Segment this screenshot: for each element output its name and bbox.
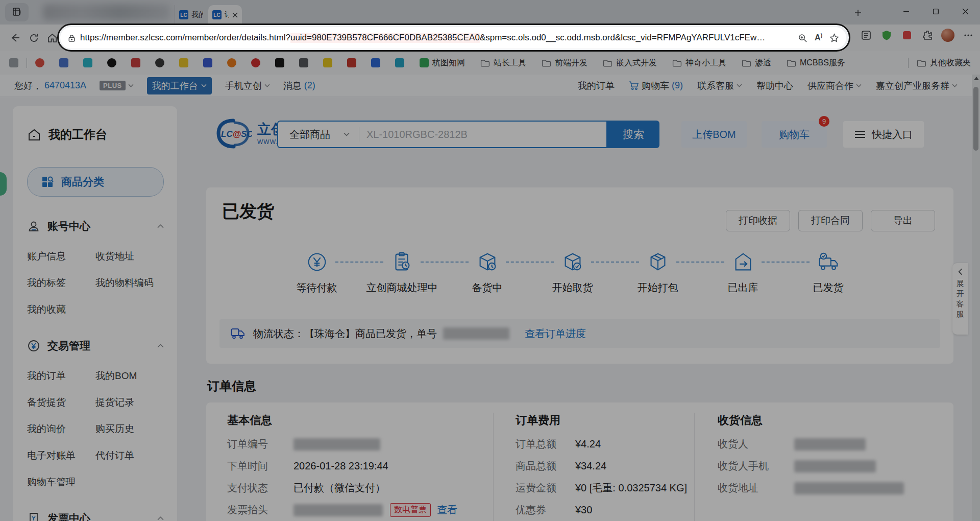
bookmark-favicon[interactable] <box>203 58 212 67</box>
expand-customer-service-tab[interactable]: 展开客服 <box>952 263 968 335</box>
cart-link[interactable]: 购物车(9) <box>629 80 683 92</box>
supplier-menu[interactable]: 供应商合作 <box>807 80 862 92</box>
scrollbar-up-arrow[interactable] <box>974 77 979 80</box>
view-order-progress-link[interactable]: 查看订单进度 <box>525 327 586 341</box>
receiver-phone-redacted <box>794 460 876 472</box>
folder-icon <box>917 59 926 67</box>
bookmark-favicon[interactable] <box>227 58 236 67</box>
search-input[interactable] <box>359 129 606 140</box>
sidebar-link[interactable]: 收货地址 <box>95 250 164 263</box>
bookmark-favicon[interactable] <box>131 58 140 67</box>
bookmark-favicon[interactable] <box>83 58 92 67</box>
adblock-shield-icon[interactable] <box>880 29 893 42</box>
bookmark-folder[interactable]: 站长工具 <box>480 58 526 68</box>
print-contract-button[interactable]: 打印合同 <box>798 210 863 231</box>
bookmark-favicon[interactable] <box>107 58 116 67</box>
bookmark-favicon[interactable] <box>275 58 284 67</box>
export-button[interactable]: 导出 <box>871 210 935 231</box>
bookmark-favicon[interactable] <box>395 58 404 67</box>
more-menu-icon[interactable] <box>962 29 975 42</box>
sidebar-link[interactable]: 购物车管理 <box>27 476 96 489</box>
bookmark-folder[interactable]: 渗透 <box>742 58 771 68</box>
sidebar-link[interactable]: 备货提货 <box>27 396 95 409</box>
sidebar-link[interactable]: 我的物料编码 <box>95 276 164 290</box>
refresh-button[interactable] <box>26 30 42 46</box>
sidebar-link[interactable]: 我的收藏 <box>27 303 96 316</box>
help-center-link[interactable]: 帮助中心 <box>756 80 793 92</box>
sidebar-title: 我的工作台 <box>27 127 164 143</box>
tab-order-details[interactable]: LC 订单 <box>208 5 242 25</box>
sidebar-link[interactable]: 电子对账单 <box>27 449 95 462</box>
view-invoice-link[interactable]: 查看 <box>437 503 457 517</box>
sidebar-link[interactable]: 代付订单 <box>95 449 164 462</box>
header-cart-button[interactable]: 购物车 <box>762 121 827 148</box>
sidebar-link[interactable]: 我的BOM <box>95 369 164 383</box>
tab-title: 我的订单 <box>191 10 203 19</box>
section-account-center[interactable]: 账号中心 <box>27 219 164 233</box>
basic-info-header: 基本信息 <box>227 413 493 428</box>
search-button[interactable]: 搜索 <box>607 121 659 148</box>
tab-close-icon[interactable] <box>232 12 238 18</box>
customer-service-menu[interactable]: 联系客服 <box>697 80 742 92</box>
messages-link[interactable]: 消息(2) <box>283 80 315 92</box>
bookmark-hangtu[interactable]: 杭图知网 <box>420 58 465 68</box>
address-bar[interactable]: https://member.szlcsc.com/member/order/d… <box>60 27 846 49</box>
print-receipt-button[interactable]: 打印收据 <box>726 210 790 231</box>
tab-my-orders[interactable]: LC 我的订单 <box>175 5 207 25</box>
blocker-icon[interactable] <box>900 29 914 42</box>
reading-list-icon[interactable] <box>9 58 18 67</box>
sidebar-link[interactable]: 我的标签 <box>27 276 95 290</box>
payment-icon <box>305 250 329 274</box>
extensions-puzzle-icon[interactable] <box>921 29 934 42</box>
workspaces-button[interactable] <box>5 3 29 21</box>
bookmark-favicon[interactable] <box>299 58 308 67</box>
bookmark-folder[interactable]: MCBBS服务 <box>787 58 845 68</box>
account-id-link[interactable]: 6470413A <box>44 80 86 91</box>
sidebar-link[interactable]: 账户信息 <box>27 250 95 263</box>
plus-membership[interactable]: PLUS <box>100 81 134 90</box>
bookmark-favicon[interactable] <box>323 58 332 67</box>
mobile-lcsc-menu[interactable]: 手机立创 <box>225 80 270 92</box>
home-button[interactable] <box>44 30 60 46</box>
bookmark-favicon[interactable] <box>179 58 188 67</box>
sidebar-link[interactable]: 我的订单 <box>27 369 95 383</box>
bookmark-favicon[interactable] <box>371 58 380 67</box>
sidebar-link[interactable]: 购买历史 <box>95 422 164 436</box>
read-aloud-icon[interactable]: A) <box>815 33 822 42</box>
section-invoice-center[interactable]: 发票中心 <box>27 511 164 521</box>
industry-group-menu[interactable]: 嘉立创产业服务群 <box>876 80 958 92</box>
category-button[interactable]: 商品分类 <box>27 167 164 197</box>
bookmark-folder[interactable]: 前端开发 <box>542 58 587 68</box>
upload-bom-button[interactable]: 上传BOM <box>681 121 747 148</box>
workspace-menu[interactable]: 我的工作台 <box>147 77 212 94</box>
bookmark-favicon[interactable] <box>251 58 260 67</box>
scrollbar-thumb[interactable] <box>973 87 978 151</box>
my-orders-link[interactable]: 我的订单 <box>578 80 615 92</box>
sidebar-link[interactable]: 提货记录 <box>95 396 164 409</box>
new-tab-button[interactable] <box>851 6 865 19</box>
workspaces-icon <box>11 7 22 18</box>
maximize-button[interactable] <box>921 0 950 22</box>
bookmarks-separator <box>908 58 909 68</box>
favorite-star-icon[interactable] <box>829 33 839 43</box>
collections-icon[interactable] <box>860 29 873 42</box>
basic-info-column: 基本信息 订单编号 下单时间 2026-01-28 23:19:44 支付状态 … <box>206 413 493 521</box>
zoom-page-icon[interactable] <box>798 33 807 43</box>
minimize-button[interactable] <box>891 0 921 22</box>
bookmark-favicon[interactable] <box>155 58 164 67</box>
profile-avatar[interactable] <box>941 29 954 42</box>
side-assistant-handle[interactable] <box>0 172 7 196</box>
bookmark-folder[interactable]: 神奇小工具 <box>672 58 726 68</box>
close-button[interactable] <box>950 0 980 22</box>
bookmark-folder[interactable]: 嵌入式开发 <box>603 58 657 68</box>
section-trade-management[interactable]: 交易管理 <box>27 339 164 353</box>
bookmark-favicon[interactable] <box>347 58 356 67</box>
sidebar-link[interactable]: 我的询价 <box>27 422 95 436</box>
other-bookmarks-folder[interactable]: 其他收藏夹 <box>917 58 971 68</box>
search-category-dropdown[interactable]: 全部商品 <box>278 128 359 141</box>
back-button[interactable] <box>7 30 23 46</box>
bookmark-favicon[interactable] <box>59 58 68 67</box>
bookmark-favicon[interactable] <box>35 58 44 67</box>
quick-entry-button[interactable]: 快捷入口 <box>843 121 924 148</box>
home-icon <box>27 128 41 142</box>
